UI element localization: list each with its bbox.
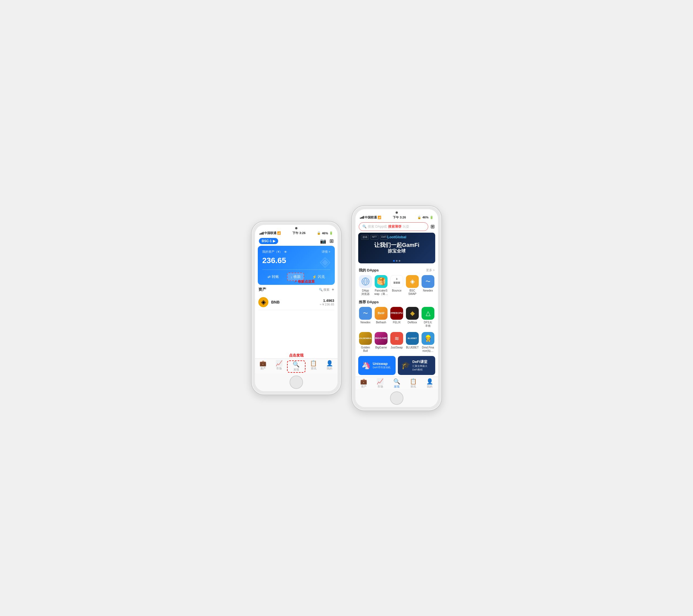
camera-icon[interactable]: 📷 <box>320 238 326 244</box>
assets-title: 资产 <box>258 287 266 292</box>
carrier-label: 中国联通 <box>264 231 276 235</box>
dapp-bounce[interactable]: 3 ≡≡≡ Bounce <box>389 275 404 296</box>
search-label: 搜索 <box>323 287 330 292</box>
dapp-pancake-icon: 🥞 <box>375 275 388 288</box>
wifi-icon: 📶 <box>277 231 281 235</box>
tab-discover[interactable]: 🔍 发现 <box>287 360 305 373</box>
promo-uniswap-subtitle: DeFi币市发动机 <box>373 366 391 370</box>
dapp-newdex[interactable]: 〜 Newdex <box>420 275 436 296</box>
rec-golden-bull-icon: GOLDEN BULL <box>359 332 372 345</box>
my-dapps-more[interactable]: 更多 > <box>426 268 435 272</box>
rec-felix[interactable]: FREE CPU FELIX <box>389 307 404 327</box>
qr-icon[interactable]: ⊞ <box>431 223 435 230</box>
tab-assets[interactable]: 💼 资产 <box>255 360 271 373</box>
tab-assets-label: 资产 <box>260 366 266 371</box>
my-dapps-grid: DApp浏览器 🥞 PancakeSwap（薄… 3 ≡≡≡ <box>355 274 438 298</box>
p2-tab-discover-label: 发现 <box>394 385 399 389</box>
promo-uniswap[interactable]: 🦄 Uniswap DeFi币市发动机 <box>358 356 396 375</box>
banner[interactable]: 游戏 NFT DeFi LootGlobal 让我们一起GamFi 掠宝全球 <box>358 233 435 263</box>
p2-tab-news[interactable]: 📋 资讯 <box>405 379 421 389</box>
qr-scan-icon[interactable]: ⊞ <box>330 238 334 244</box>
search-input-box[interactable]: 🔍 搜索 DApp或 搜索薄饼 玩耍 <box>359 222 428 231</box>
rec-newdex[interactable]: 〜 Newdex <box>358 307 373 327</box>
p2-tab-profile[interactable]: 👤 我的 <box>421 379 438 389</box>
dapp-pancake[interactable]: 🥞 PancakeSwap（薄… <box>373 275 389 296</box>
rec-dapps-header: 推荐 DApps <box>355 298 438 306</box>
rec-defibox[interactable]: ◆ Defibox <box>404 307 420 327</box>
p2-tab-market-icon: 📈 <box>377 379 383 384</box>
rec-golden-bull[interactable]: GOLDEN BULL GoldenBull <box>358 332 373 353</box>
status-right: 🔒 46% 🔋 <box>317 231 333 235</box>
dapp-bscswap[interactable]: ◈ BSCSWAP <box>404 275 420 296</box>
tab-news[interactable]: 📋 资讯 <box>305 360 322 373</box>
rec-justswap[interactable]: ≋ JustSwap <box>389 332 404 353</box>
rec-dapps-title: 推荐 DApps <box>359 300 379 305</box>
rec-dfs[interactable]: △ DFS大丰收 <box>420 307 436 327</box>
rec-defibox-icon: ◆ <box>406 307 419 320</box>
rec-golden-bull-label: GoldenBull <box>361 346 370 353</box>
tab-profile[interactable]: 👤 我的 <box>321 360 338 373</box>
transfer-button[interactable]: ⇄ 转账 <box>265 273 282 281</box>
bsc-badge[interactable]: BSC-1 ▶ <box>259 238 278 244</box>
my-dapps-title: 我的 DApps <box>359 268 379 273</box>
p2-bar-1 <box>360 218 361 219</box>
tab-market[interactable]: 📈 市场 <box>271 360 288 373</box>
rec-biggame[interactable]: BiG GAME BigGame <box>373 332 389 353</box>
p2-bar-2 <box>361 217 362 219</box>
rec-dmd[interactable]: 👷 Dmd.Finance(钻… <box>420 332 436 353</box>
search-button[interactable]: 🔍 搜索 <box>319 287 330 292</box>
transfer-icon: ⇄ <box>268 275 271 279</box>
add-asset-button[interactable]: + <box>332 287 334 292</box>
phone2-home-button[interactable] <box>390 392 403 405</box>
p2-bar-4 <box>363 216 364 219</box>
home-button[interactable] <box>290 376 303 389</box>
rec-justswap-label: JustSwap <box>391 346 402 349</box>
p2-tab-discover[interactable]: 🔍 发现 <box>388 379 405 389</box>
my-dapps-header: 我的 DApps 更多 > <box>355 266 438 274</box>
phone2-tab-bar: 💼 资产 📈 市场 🔍 发现 📋 资讯 <box>355 377 438 389</box>
phone2-top-bar <box>355 209 438 215</box>
rec-bluebet[interactable]: BLUEBET BLUEBET <box>404 332 420 353</box>
rec-biggame-icon: BiG GAME <box>375 332 388 345</box>
p2-wifi-icon: 📶 <box>377 216 381 219</box>
spacer <box>255 331 338 352</box>
assets-section: 资产 🔍 搜索 + ◈ <box>255 287 338 331</box>
main-container: 中国联通 📶 下午 3:26 🔒 46% 🔋 BSC-1 ▶ <box>252 206 441 411</box>
rec-bethash[interactable]: Bet# Bethash <box>373 307 389 327</box>
promo-defi-title: DeFi课堂 <box>412 359 432 364</box>
bnb-name: BNB <box>271 300 317 304</box>
annotation-receive: ↗ 收款点这里 <box>294 279 315 284</box>
p2-tab-market-label: 市场 <box>377 385 383 389</box>
p2-tab-assets[interactable]: 💼 资产 <box>355 379 372 389</box>
signal-bar-3 <box>262 232 262 235</box>
phone1-top-bar <box>255 225 338 231</box>
p2-tab-market[interactable]: 📈 市场 <box>372 379 388 389</box>
promo-uniswap-text: Uniswap DeFi币市发动机 <box>373 361 391 370</box>
banner-main-text: 让我们一起GamFi <box>374 242 419 248</box>
defi-icon: 🎓 <box>401 361 410 370</box>
rec-justswap-icon: ≋ <box>390 332 403 345</box>
promo-defi[interactable]: 🎓 DeFi课堂 汇聚全网最火DeFi教程 <box>398 356 435 375</box>
search-placeholder-end: 玩耍 <box>402 224 409 229</box>
promo-defi-subtitle: 汇聚全网最火DeFi教程 <box>412 364 432 372</box>
header-icons: 📷 ⊞ <box>320 238 334 244</box>
phone1-screen: BSC-1 ▶ 📷 ⊞ 我的资产（¥） 👁 详情 <box>255 236 338 373</box>
eye-icon[interactable]: 👁 <box>284 250 287 254</box>
phone2-screen: 🔍 搜索 DApp或 搜索薄饼 玩耍 ⊞ 游戏 NFT DeFi <box>355 221 438 389</box>
phone2-status-left: 中国联通 📶 <box>360 215 381 220</box>
dapp-bounce-icon: 3 ≡≡≡ <box>390 275 403 288</box>
annotation-discover-area: 点击发现 <box>255 352 338 358</box>
phone2-status-bar: 中国联通 📶 下午 3:26 🔒 46% 🔋 <box>355 215 438 221</box>
amount-value: 236.65 <box>262 256 286 265</box>
rec-felix-icon: FREE CPU <box>390 307 403 320</box>
search-icon: 🔍 <box>319 288 323 292</box>
phone2-signal-bars <box>360 216 364 219</box>
home-bar <box>255 373 338 391</box>
dapp-browser[interactable]: DApp浏览器 <box>358 275 373 296</box>
rec-bluebet-icon: BLUEBET <box>406 332 419 345</box>
banner-logo: LootGlobal <box>358 235 435 239</box>
uniswap-icon: 🦄 <box>361 361 371 370</box>
p2-tab-assets-label: 资产 <box>361 385 367 389</box>
signal-bar-2 <box>261 233 261 235</box>
receive-icon: ↓ <box>291 275 292 279</box>
